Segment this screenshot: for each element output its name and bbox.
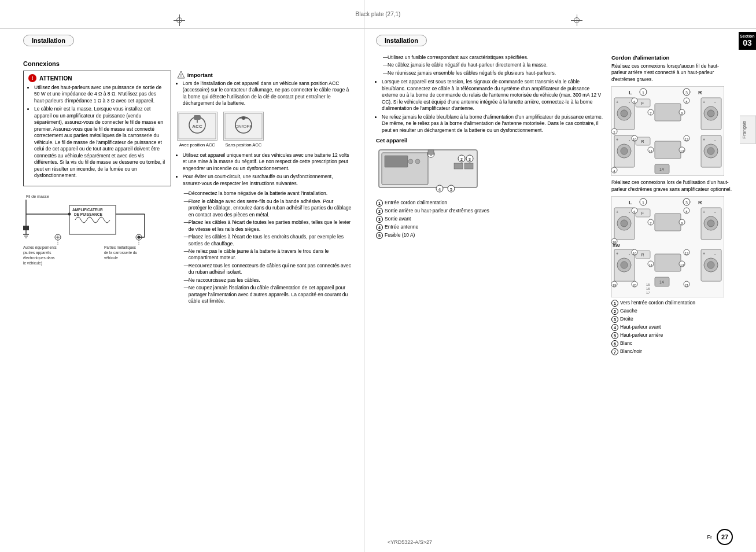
wiring-diagram: Fil de masse AMPLIFICATEUR DE PU [23,191,150,260]
important-icon: ! [177,71,185,79]
important-list: Lors de l'installation de cet appareil d… [177,80,352,107]
svg-text:10: 10 [633,252,637,255]
svg-text:13: 13 [680,149,684,153]
svg-text:+: + [703,252,705,256]
svg-text:R: R [698,200,702,205]
cordon-title: Cordon d'alimentation [611,54,733,61]
svg-text:électroniques dans: électroniques dans [23,256,55,260]
important-item-3: Pour éviter un court-circuit, une surcha… [183,174,352,187]
left-section-header: Installation [23,35,74,46]
svg-text:14: 14 [659,280,664,284]
legend-2: 2 Sortie arrière ou haut-parleur d'extrê… [376,208,603,215]
important-list-2: Utilisez cet appareil uniquement sur des… [177,152,352,187]
attention-item-1: Utilisez des haut-parleurs avec une puis… [34,84,166,104]
svg-text:!: ! [180,73,182,78]
right-sidebar: Cordon d'alimentation Réalisez ces conne… [611,54,733,356]
svg-text:14: 14 [659,167,664,171]
svg-text:19: 19 [613,284,617,287]
section-tab: Section 03 [739,32,756,50]
page-footer: Fr 27 [707,529,733,545]
svg-text:2: 2 [460,157,463,161]
dash-item-7: Ne raccourcissez pas les câbles. [184,277,352,284]
svg-text:AMPLIFICATEUR: AMPLIFICATEUR [72,208,103,212]
svg-text:Fil de masse: Fil de masse [26,194,49,198]
cordon-text2: Réalisez ces connexions lors de l'utilis… [611,179,733,193]
svg-point-130 [707,220,714,227]
svg-point-149 [621,262,628,268]
page-number: 27 [717,529,733,545]
bottom-legend-3: 3 Droite [611,316,733,323]
svg-rect-2 [23,226,29,230]
right-section-header: Installation [376,35,427,46]
svg-rect-101 [655,141,681,159]
right-bullet-2: Ne reliez jamais le câble bleu/blanc à l… [382,114,603,134]
device-diagram: 1 2 3 4 [376,147,486,196]
svg-text:+: + [616,210,618,214]
svg-text:13: 13 [680,263,684,267]
svg-text:(autres appareils: (autres appareils [23,251,51,255]
page-container: Black plate (27,1) Installation Connexio… [0,0,756,552]
legend-num-5: 5 [376,232,383,239]
cet-appareil-title: Cet appareil [376,137,603,143]
svg-text:L: L [629,200,632,205]
svg-text:L: L [629,90,632,95]
right-dash-1: Utilisez un fusible correspondant aux ca… [383,54,603,61]
svg-text:3: 3 [685,201,688,205]
important-title: ! Important [177,71,352,79]
svg-text:21: 21 [685,284,689,287]
right-two-col: Utilisez un fusible correspondant aux ca… [376,54,733,356]
svg-text:R: R [698,90,702,95]
left-column: Installation Connexions ! ATTENTION Util… [0,0,364,552]
svg-text:11: 11 [649,149,653,153]
dash-item-2: Fixez le câblage avec des serre-fils ou … [184,198,352,218]
dash-item-3: Placez les câbles à l'écart de toutes le… [184,219,352,233]
bottom-legend-1: 1 Vers l'entrée cordon d'alimentation [611,300,733,307]
svg-text:1: 1 [642,91,644,95]
svg-point-75 [707,110,714,117]
important-item-1: Lors de l'installation de cet appareil d… [183,80,352,107]
speaker-diagram-2: L 1 R 3 + - [611,196,733,297]
svg-point-11 [68,212,71,215]
svg-rect-45 [385,156,408,167]
legend-3: 3 Sortie avant [376,216,603,223]
svg-rect-36 [194,115,201,120]
legend-num-3: 3 [376,216,383,223]
cordon-text: Réalisez ces connexions lorsqu'aucun fil… [611,63,733,83]
svg-point-154 [707,262,714,268]
bl-num-1: 1 [611,300,618,307]
svg-text:4: 4 [438,187,441,192]
acc-sans: ON/OFF Sans position ACC [223,112,264,148]
bl-num-5: 5 [611,332,618,339]
svg-point-125 [621,220,628,227]
svg-text:véhicule: véhicule [104,256,118,260]
bottom-legend-5: 5 Haut-parleur arrière [611,332,733,339]
cet-appareil-legend: 1 Entrée cordon d'alimentation 2 Sortie … [376,200,603,239]
speaker-diagram-1: L 1 R 3 + [611,86,733,176]
important-box: ! Important Lors de l'installation de ce… [177,71,352,107]
speaker-svg-1: L 1 R 3 + [611,86,724,176]
connexions-layout: ! ATTENTION Utilisez des haut-parleurs a… [23,71,352,307]
legend-num-1: 1 [376,200,383,207]
svg-text:17: 17 [646,291,650,295]
footer-lang: Fr [707,534,713,540]
legend-1: 1 Entrée cordon d'alimentation [376,200,603,207]
wiring-svg: Fil de masse AMPLIFICATEUR DE PU [23,191,150,266]
right-column: Installation Section 03 Français Utilise… [364,0,756,552]
dash-item-1: Déconnectez la borne négative de la batt… [184,190,352,197]
svg-text:R: R [641,139,644,143]
bottom-legend-4: 4 Haut-parleur avant [611,324,733,331]
svg-text:de la carrosserie du: de la carrosserie du [104,251,137,255]
svg-point-96 [707,148,714,154]
svg-rect-80 [655,104,681,121]
svg-text:ON/OFF: ON/OFF [235,124,252,129]
dash-item-4: Placez les câbles à l'écart de tous les … [184,234,352,247]
svg-point-42 [242,116,245,120]
svg-text:20: 20 [633,284,637,287]
bl-num-7: 7 [611,348,618,355]
attention-title: ! ATTENTION [28,74,166,82]
dash-item-8: Ne coupez jamais l'isolation du câble d'… [184,285,352,304]
attention-list: Utilisez des haut-parleurs avec une puis… [28,84,166,179]
attention-item-2: Le câble noir est la masse. Lorsque vous… [34,106,166,179]
legend-num-2: 2 [376,208,383,215]
right-bullet-list: Lorsque cet appareil est sous tension, l… [376,79,603,134]
